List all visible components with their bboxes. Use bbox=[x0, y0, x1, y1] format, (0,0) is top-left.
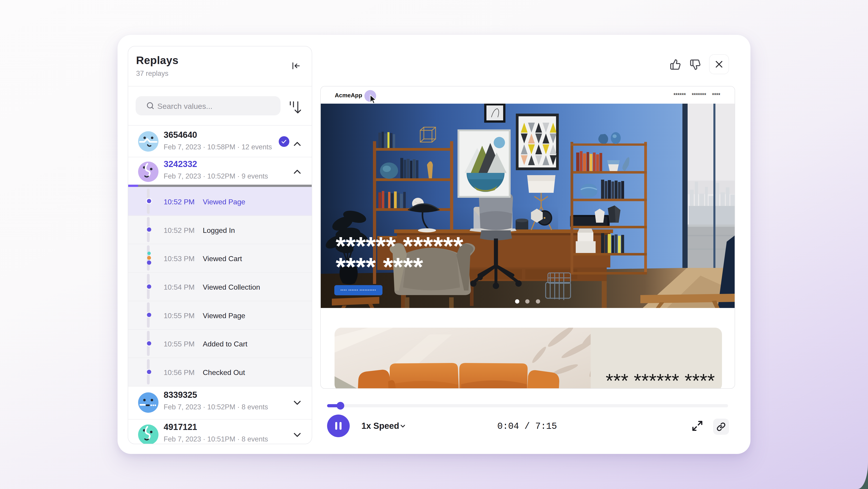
svg-text:**** ****** **********: **** ****** ********** bbox=[340, 289, 376, 292]
svg-text:**** ****: **** **** bbox=[336, 252, 423, 281]
svg-text:*** ****** ****: *** ****** **** bbox=[606, 370, 715, 389]
